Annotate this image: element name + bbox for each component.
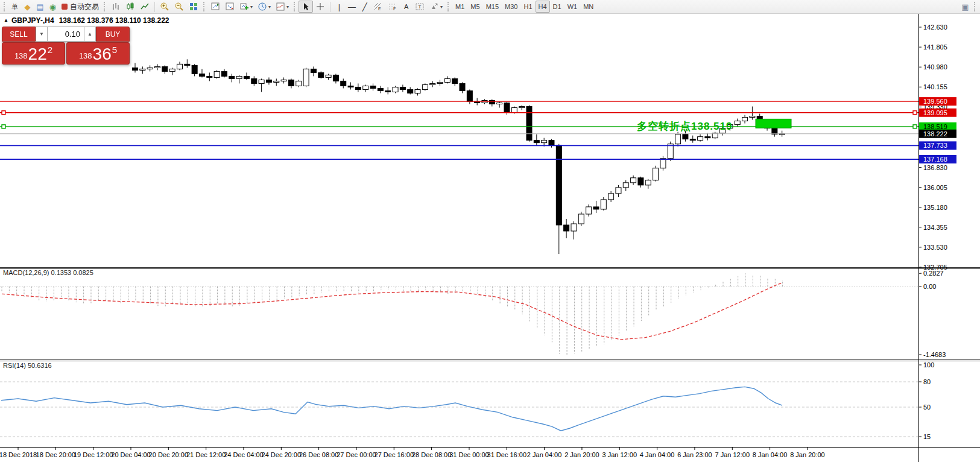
svg-text:141.805: 141.805 — [923, 43, 947, 51]
svg-text:7 Jan 12:00: 7 Jan 12:00 — [715, 451, 750, 458]
timeframe-H1[interactable]: H1 — [520, 1, 535, 13]
ohlc-values: 138.162 138.376 138.110 138.222 — [59, 16, 169, 25]
timeframe-D1[interactable]: D1 — [550, 1, 564, 13]
vertical-line-button[interactable]: | — [333, 1, 346, 13]
svg-text:2 Jan 04:00: 2 Jan 04:00 — [527, 451, 562, 458]
buy-price-sup: 5 — [112, 45, 117, 55]
macd-histogram — [2, 273, 783, 355]
horizontal-line-objects[interactable] — [0, 101, 918, 159]
timeframe-M15[interactable]: M15 — [483, 1, 502, 13]
svg-text:140.155: 140.155 — [923, 83, 947, 90]
zoom-out-button[interactable] — [172, 1, 186, 13]
svg-text:27 Dec 16:00: 27 Dec 16:00 — [375, 451, 414, 458]
autotrading-icon — [62, 4, 68, 10]
tile-windows-button[interactable] — [186, 1, 201, 13]
buy-button[interactable]: BUY — [96, 27, 130, 42]
toolbar-grip[interactable] — [447, 2, 450, 11]
candlestick-series — [133, 59, 785, 254]
collapse-panel-icon[interactable]: ▲ — [4, 17, 8, 23]
sell-price-prefix: 138 — [14, 51, 28, 63]
chart-title: ▲GBPJPY-,H4138.162 138.376 138.110 138.2… — [4, 16, 169, 25]
templates-button[interactable]: ▾ — [273, 1, 291, 13]
svg-text:T: T — [419, 4, 422, 10]
svg-text:-1.4683: -1.4683 — [923, 351, 946, 358]
toolbar-grip[interactable] — [203, 2, 206, 11]
svg-text:142.630: 142.630 — [923, 24, 947, 31]
symbol-period-label: GBPJPY-,H4 — [11, 16, 54, 25]
rsi-line — [1, 387, 782, 431]
svg-text:21 Dec 12:00: 21 Dec 12:00 — [186, 451, 226, 458]
toolbar-grip[interactable] — [104, 2, 106, 11]
toolbar-grip[interactable] — [4, 2, 6, 11]
timeframe-MN[interactable]: MN — [580, 1, 596, 13]
toolbar-separator — [330, 2, 330, 12]
svg-text:18 Dec 2018: 18 Dec 2018 — [0, 451, 37, 458]
svg-text:2 Jan 20:00: 2 Jan 20:00 — [564, 451, 599, 458]
svg-text:134.355: 134.355 — [923, 224, 947, 231]
svg-text:139.560: 139.560 — [923, 98, 947, 105]
svg-text:136.005: 136.005 — [923, 184, 947, 191]
indicators-button[interactable] — [208, 1, 223, 13]
text-button[interactable]: A — [400, 1, 413, 13]
fibo-expansion-button[interactable]: F — [385, 1, 400, 13]
line-selection-marker — [913, 111, 917, 115]
svg-text:26 Dec 08:00: 26 Dec 08:00 — [299, 451, 338, 458]
new-order-icon[interactable]: ◆ — [21, 1, 34, 13]
svg-text:137.733: 137.733 — [923, 142, 947, 149]
rsi-pane: 100805015 — [0, 361, 934, 440]
sell-price-box[interactable]: 138 22 2 — [2, 42, 65, 65]
cursor-button[interactable] — [299, 1, 313, 13]
lot-increase-button[interactable]: ▲ — [84, 27, 96, 42]
periods-button[interactable]: ▾ — [255, 1, 273, 13]
navigator-icon[interactable]: ◉ — [46, 1, 59, 13]
svg-text:24 Dec 04:00: 24 Dec 04:00 — [224, 451, 263, 458]
svg-text:E: E — [378, 7, 381, 11]
text-label-button[interactable]: T — [413, 1, 427, 13]
indicator-list-button[interactable] — [223, 1, 237, 13]
timeframe-H4[interactable]: H4 — [536, 1, 550, 13]
chart-profiles-icon[interactable]: ▤ — [34, 1, 46, 13]
toolbar: 单◆▤◉自动交易▾▾▾|—╱EFAT▾M1M5M15M30H1H4D1W1MN▣ — [0, 0, 980, 14]
macd-signal-line — [2, 283, 782, 340]
timeframe-M30[interactable]: M30 — [502, 1, 520, 13]
candlestick-chart-button[interactable] — [123, 1, 138, 13]
sell-price-sup: 2 — [48, 45, 52, 55]
macd-indicator-label: MACD(12,26,9) 0.1353 0.0825 — [3, 269, 93, 276]
toolbar-separator — [154, 2, 155, 12]
svg-text:139.095: 139.095 — [923, 109, 947, 116]
line-chart-button[interactable] — [138, 1, 152, 13]
horizontal-line-button[interactable]: — — [346, 1, 358, 13]
svg-text:138.222: 138.222 — [923, 130, 947, 138]
zoom-in-button[interactable] — [157, 1, 172, 13]
svg-text:4 Jan 04:00: 4 Jan 04:00 — [640, 451, 675, 458]
buy-price-box[interactable]: 138 36 5 — [66, 42, 130, 65]
timeframe-M5[interactable]: M5 — [467, 1, 482, 13]
line-selection-marker — [2, 125, 5, 128]
toolbar-grip[interactable] — [974, 2, 976, 11]
toolbar-grip[interactable] — [294, 2, 296, 11]
add-chart-button[interactable]: ▾ — [237, 1, 255, 13]
lot-decrease-button[interactable]: ▼ — [36, 27, 48, 42]
new-order-button[interactable]: 单 — [8, 1, 21, 13]
timeframe-W1[interactable]: W1 — [564, 1, 581, 13]
toolbar-overflow-icon[interactable]: ▣ — [959, 1, 972, 13]
fibonacci-button[interactable]: E — [371, 1, 385, 13]
chart-canvas[interactable]: 142.630141.805140.980140.155139.330137.6… — [0, 0, 980, 462]
svg-text:20 Dec 20:00: 20 Dec 20:00 — [149, 451, 188, 458]
timeframe-M1[interactable]: M1 — [452, 1, 467, 13]
pane-separators — [0, 14, 980, 462]
bar-chart-button[interactable] — [109, 1, 123, 13]
svg-text:140.980: 140.980 — [923, 63, 947, 71]
time-axis[interactable]: 18 Dec 201818 Dec 20:0019 Dec 12:0020 De… — [0, 447, 825, 458]
svg-text:50: 50 — [923, 403, 931, 411]
autotrading-button[interactable]: 自动交易 — [59, 1, 101, 13]
arrows-button[interactable]: ▾ — [427, 1, 445, 13]
crosshair-button[interactable] — [313, 1, 327, 13]
svg-text:135.180: 135.180 — [923, 204, 947, 211]
svg-text:20 Dec 04:00: 20 Dec 04:00 — [111, 451, 150, 458]
chevron-down-icon: ▾ — [286, 4, 289, 10]
trendline-button[interactable]: ╱ — [358, 1, 371, 13]
highlight-rectangle[interactable] — [756, 119, 791, 128]
lot-size-input[interactable] — [48, 27, 84, 42]
sell-button[interactable]: SELL — [2, 27, 36, 42]
